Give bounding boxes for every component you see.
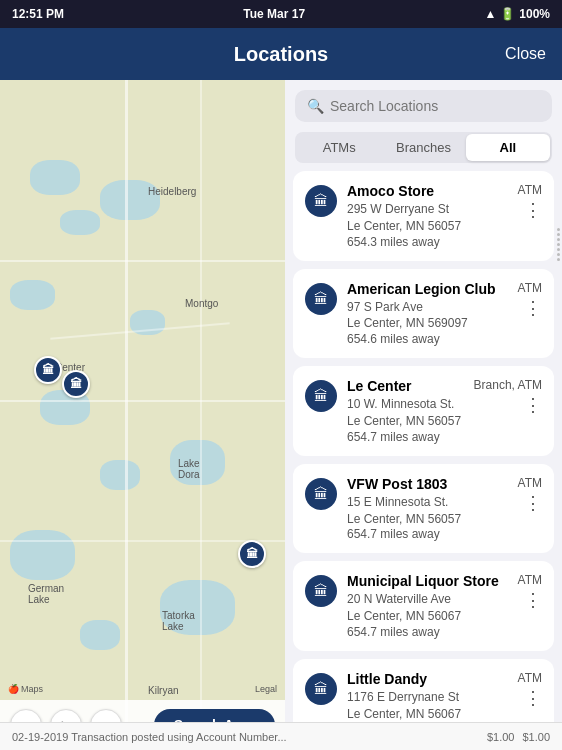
list-item[interactable]: 🏛 Municipal Liquor Store 20 N Waterville…: [293, 561, 554, 651]
location-icon: 🏛: [305, 575, 337, 607]
location-right: ATM ⋮: [518, 573, 542, 609]
location-menu-button[interactable]: ⋮: [524, 299, 542, 317]
search-input[interactable]: [330, 98, 540, 114]
filter-tabs: ATMs Branches All: [295, 132, 552, 163]
list-item[interactable]: 🏛 American Legion Club 97 S Park Ave Le …: [293, 269, 554, 359]
location-type: Branch, ATM: [474, 378, 542, 392]
location-address: 15 E Minnesota St. Le Center, MN 56057: [347, 494, 508, 528]
location-right: ATM ⋮: [518, 476, 542, 512]
locations-list[interactable]: 🏛 Amoco Store 295 W Derryane St Le Cente…: [285, 171, 562, 750]
map-pin-2[interactable]: 🏛: [62, 370, 90, 398]
search-bar[interactable]: 🔍: [295, 90, 552, 122]
location-right: ATM ⋮: [518, 281, 542, 317]
location-icon: 🏛: [305, 185, 337, 217]
map-area[interactable]: Heidelberg Montgo Center LakeDora German…: [0, 80, 285, 750]
location-info: Le Center 10 W. Minnesota St. Le Center,…: [347, 378, 464, 444]
map-label-lake-dora: LakeDora: [178, 458, 200, 480]
transaction-amount-2: $1.00: [522, 731, 550, 743]
transaction-description: 02-19-2019 Transaction posted using Acco…: [12, 731, 479, 743]
location-icon: 🏛: [305, 673, 337, 705]
search-icon: 🔍: [307, 98, 324, 114]
map-background: Heidelberg Montgo Center LakeDora German…: [0, 80, 285, 750]
location-name: Municipal Liquor Store: [347, 573, 508, 589]
location-address: 1176 E Derrynane St Le Center, MN 56067: [347, 689, 508, 723]
location-menu-button[interactable]: ⋮: [524, 201, 542, 219]
location-info: Amoco Store 295 W Derryane St Le Center,…: [347, 183, 508, 249]
map-label-german-lake: GermanLake: [28, 583, 64, 605]
legal-label: Legal: [255, 684, 277, 694]
transaction-amount-1: $1.00: [487, 731, 515, 743]
map-pin-3[interactable]: 🏛: [238, 540, 266, 568]
location-address: 97 S Park Ave Le Center, MN 569097: [347, 299, 508, 333]
location-menu-button[interactable]: ⋮: [524, 494, 542, 512]
map-label-montgo: Montgo: [185, 298, 218, 309]
close-button[interactable]: Close: [505, 45, 546, 63]
location-icon: 🏛: [305, 283, 337, 315]
map-label-kilryan: Kilryan: [148, 685, 179, 696]
location-name: Little Dandy: [347, 671, 508, 687]
location-right: ATM ⋮: [518, 183, 542, 219]
list-item[interactable]: 🏛 Amoco Store 295 W Derryane St Le Cente…: [293, 171, 554, 261]
header: Locations Close: [0, 28, 562, 80]
location-icon: 🏛: [305, 478, 337, 510]
apple-maps-label: 🍎Maps: [8, 684, 43, 694]
location-address: 295 W Derryane St Le Center, MN 56057: [347, 201, 508, 235]
list-item[interactable]: 🏛 Le Center 10 W. Minnesota St. Le Cente…: [293, 366, 554, 456]
location-menu-button[interactable]: ⋮: [524, 396, 542, 414]
location-info: VFW Post 1803 15 E Minnesota St. Le Cent…: [347, 476, 508, 542]
location-type: ATM: [518, 476, 542, 490]
location-right: Branch, ATM ⋮: [474, 378, 542, 414]
transaction-row: 02-19-2019 Transaction posted using Acco…: [0, 722, 562, 750]
main-container: Locations Close He: [0, 28, 562, 750]
location-type: ATM: [518, 573, 542, 587]
location-icon: 🏛: [305, 380, 337, 412]
map-pin-1[interactable]: 🏛: [34, 356, 62, 384]
location-type: ATM: [518, 281, 542, 295]
right-panel: 🔍 ATMs Branches All 🏛 Amoco Store 295 W …: [285, 80, 562, 750]
status-bar: 12:51 PM Tue Mar 17 ▲ 🔋 100%: [0, 0, 562, 28]
location-menu-button[interactable]: ⋮: [524, 591, 542, 609]
list-item[interactable]: 🏛 VFW Post 1803 15 E Minnesota St. Le Ce…: [293, 464, 554, 554]
location-name: American Legion Club: [347, 281, 508, 297]
location-name: Amoco Store: [347, 183, 508, 199]
map-label-tatorka: TatorkaLake: [162, 610, 195, 632]
scroll-indicators: [557, 228, 560, 261]
tab-atms[interactable]: ATMs: [297, 134, 381, 161]
map-label-heidelberg: Heidelberg: [148, 186, 196, 197]
location-address: 10 W. Minnesota St. Le Center, MN 56057: [347, 396, 464, 430]
wifi-icon: ▲: [484, 7, 496, 21]
status-right: ▲ 🔋 100%: [484, 7, 550, 21]
location-distance: 654.7 miles away: [347, 430, 464, 444]
tab-all[interactable]: All: [466, 134, 550, 161]
location-type: ATM: [518, 183, 542, 197]
location-distance: 654.3 miles away: [347, 235, 508, 249]
battery-icon: 🔋: [500, 7, 515, 21]
location-address: 20 N Waterville Ave Le Center, MN 56067: [347, 591, 508, 625]
location-name: Le Center: [347, 378, 464, 394]
location-right: ATM ⋮: [518, 671, 542, 707]
status-date: Tue Mar 17: [243, 7, 305, 21]
location-info: Municipal Liquor Store 20 N Waterville A…: [347, 573, 508, 639]
location-info: American Legion Club 97 S Park Ave Le Ce…: [347, 281, 508, 347]
location-type: ATM: [518, 671, 542, 685]
location-menu-button[interactable]: ⋮: [524, 689, 542, 707]
location-distance: 654.7 miles away: [347, 625, 508, 639]
status-time: 12:51 PM: [12, 7, 64, 21]
location-distance: 654.6 miles away: [347, 332, 508, 346]
battery-level: 100%: [519, 7, 550, 21]
page-title: Locations: [234, 43, 328, 66]
location-distance: 654.7 miles away: [347, 527, 508, 541]
tab-branches[interactable]: Branches: [381, 134, 465, 161]
location-name: VFW Post 1803: [347, 476, 508, 492]
